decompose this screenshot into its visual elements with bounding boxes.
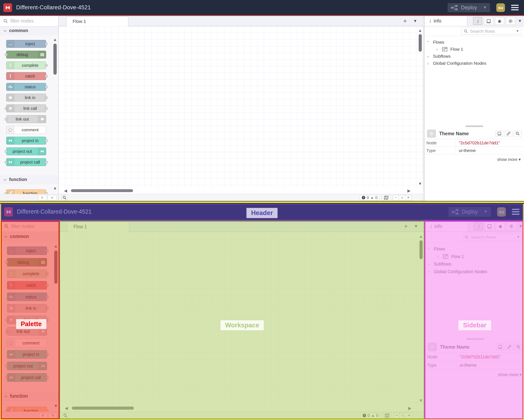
bug-icon (497, 19, 502, 23)
info-icon: i (429, 18, 431, 24)
minimap-button[interactable] (382, 195, 390, 200)
tab-info[interactable]: iinfo (425, 16, 467, 26)
search-flows-placeholder: Search flows (470, 29, 495, 34)
flow-tabbar: Flow 1 + ▼ (59, 16, 423, 26)
palette-node-catch[interactable]: ! catch (6, 72, 46, 80)
palette-node-comment[interactable]: comment (6, 126, 46, 134)
property-row-type: Type ui-theme (425, 147, 524, 154)
search-options-caret[interactable]: ▼ (516, 29, 519, 33)
chevron-right-icon: › (427, 54, 430, 59)
scrollbar-thumb[interactable] (53, 44, 57, 75)
inject-icon: → (6, 40, 14, 48)
comment-icon (6, 126, 14, 134)
scroll-down-icon[interactable]: ▼ (52, 187, 58, 191)
palette-node-status[interactable]: status (6, 83, 46, 91)
palette-filter-placeholder: filter nodes (10, 18, 34, 24)
gear-icon (429, 131, 434, 136)
scroll-up-icon[interactable]: ▲ (52, 37, 58, 42)
search-flows-input[interactable]: Search flows ▼ (462, 27, 522, 35)
canvas-horizontal-scrollbar[interactable]: ◀ ▶ (59, 188, 423, 194)
collapse-categories-button[interactable]: « (38, 195, 47, 200)
palette-category-common[interactable]: common (0, 26, 58, 35)
tree-item-flow-1[interactable]: › Flow 1 (425, 46, 524, 53)
tree-item-subflows[interactable]: ›Subflows (425, 53, 524, 60)
deploy-options-caret[interactable]: ▼ (480, 5, 487, 10)
info-tab-button[interactable]: i (473, 17, 482, 25)
palette-node-complete[interactable]: ! complete (6, 61, 46, 69)
annotation-label-palette: Palette (16, 319, 46, 329)
chevron-down-icon (3, 178, 6, 180)
panel-resize-handle[interactable] (425, 124, 524, 128)
palette-scrollbar[interactable]: ▲ ▼ (52, 37, 58, 192)
project-title: Different-Collared-Dove-4521 (16, 4, 91, 11)
output-port (45, 64, 48, 67)
palette-filter-input[interactable]: filter nodes (0, 16, 58, 26)
zoom-controls: − ○ + (393, 195, 411, 200)
deploy-label: Deploy (461, 5, 477, 10)
chevron-down-icon: › (426, 41, 431, 44)
config-node-badge (427, 130, 436, 137)
user-avatar[interactable]: su (496, 3, 505, 12)
palette-node-project-call[interactable]: project call (6, 158, 46, 166)
node-properties-table: Node "2c5d702b11de7dd1" Type ui-theme (425, 139, 524, 154)
node-help-button[interactable] (495, 131, 503, 137)
palette-node-inject[interactable]: → inject (6, 40, 46, 48)
palette-node-project-in[interactable]: project in (6, 137, 46, 145)
catch-icon: ! (6, 72, 14, 80)
flow-list-caret[interactable]: ▼ (413, 19, 417, 23)
palette-node-link-in[interactable]: link in (6, 94, 46, 102)
palette-node-function[interactable]: f function (6, 189, 46, 194)
help-tab-button[interactable] (484, 17, 493, 25)
scroll-right-icon[interactable]: ▶ (408, 189, 410, 193)
copy-link-button[interactable] (505, 131, 512, 137)
scroll-left-icon[interactable]: ◀ (64, 189, 67, 193)
app-header: Different-Collared-Dove-4521 Deploy ▼ su (0, 0, 524, 15)
palette-node-link-out[interactable]: link out (6, 115, 46, 123)
workspace: Flow 1 + ▼ ▲ ▼ ◀ ▶ (59, 16, 423, 201)
debug-tab-button[interactable] (495, 17, 504, 25)
node-type-value: ui-theme (456, 147, 524, 154)
canvas-vertical-scrollbar[interactable]: ▲ ▼ (418, 28, 422, 186)
zoom-in-button[interactable]: + (405, 195, 411, 200)
annotation-label-header: Header (246, 208, 278, 218)
deploy-icon (451, 5, 458, 10)
tab-flow-1[interactable]: Flow 1 (66, 17, 128, 26)
tree-item-flows[interactable]: ›Flows (425, 39, 524, 46)
palette-node-link-call[interactable]: link call (6, 104, 46, 112)
scroll-down-icon[interactable]: ▼ (418, 181, 422, 186)
tree-item-global-config[interactable]: ›Global Configuration Nodes (425, 60, 524, 67)
palette-node-project-out[interactable]: project out (6, 147, 46, 155)
chevron-right-icon: › (436, 47, 439, 52)
selected-node-title: Theme Name (439, 131, 469, 137)
find-node-button[interactable] (514, 131, 522, 137)
show-more-link[interactable]: show more ▾ (425, 154, 524, 164)
debug-icon (38, 51, 46, 58)
project-icon (6, 137, 14, 144)
add-flow-button[interactable]: + (403, 17, 407, 25)
deploy-button[interactable]: Deploy ▼ (448, 3, 490, 12)
search-icon (3, 19, 8, 23)
zoom-out-button[interactable]: − (393, 195, 399, 200)
sidebar-splitter[interactable] (423, 16, 425, 201)
complete-icon: ! (6, 62, 14, 69)
scroll-up-icon[interactable]: ▲ (418, 28, 422, 33)
chevron-right-icon: › (427, 61, 430, 66)
config-tab-button[interactable] (506, 17, 515, 25)
output-port (45, 43, 48, 45)
flow-canvas[interactable]: ▲ ▼ (59, 26, 423, 188)
expand-categories-button[interactable]: « (48, 195, 56, 200)
annotation-outer-border (0, 201, 524, 204)
palette-category-function[interactable]: function (0, 175, 58, 184)
scrollbar-thumb[interactable] (71, 189, 133, 192)
sidebar-tabs-caret[interactable]: ▼ (518, 19, 522, 23)
search-flows-button[interactable] (61, 195, 68, 200)
scrollbar-thumb[interactable] (419, 34, 422, 52)
node-id-value: "2c5d702b11de7dd1" (456, 139, 524, 147)
palette-node-debug[interactable]: debug (6, 51, 46, 59)
main-menu-icon[interactable] (511, 5, 519, 10)
output-port (45, 86, 48, 88)
sidebar-region-overlay (424, 221, 523, 419)
zoom-reset-button[interactable]: ○ (399, 195, 405, 200)
workspace-footer: ! 0 ▲ 0 − ○ + (59, 194, 423, 201)
output-port (45, 97, 48, 99)
